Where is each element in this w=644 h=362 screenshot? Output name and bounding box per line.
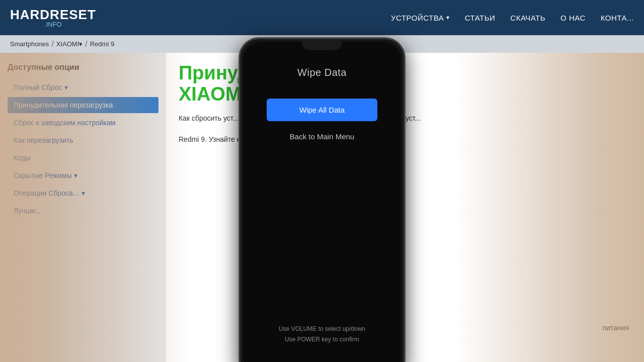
navigation-bar: HARDRESET .INFO УСТРОЙСТВА СТАТЬИ СКАЧАТ…	[0, 0, 644, 35]
sidebar-item-hidden-modes[interactable]: Скрытые Режимы ▾	[8, 167, 158, 184]
screen-title: Wipe Data	[297, 67, 347, 78]
phone-device: Wipe Data Wipe All Data Back to Main Men…	[239, 38, 405, 362]
wipe-all-data-button[interactable]: Wipe All Data	[267, 99, 377, 121]
breadcrumb-sep-1: /	[51, 40, 53, 49]
sidebar-item-force-restart[interactable]: Принудительная перезагрузка	[8, 97, 158, 113]
phone-body: Wipe Data Wipe All Data Back to Main Men…	[239, 38, 405, 362]
sidebar-item-best[interactable]: Лучши...	[8, 203, 158, 219]
instruction-line-1: Use VOLUME to select up/down	[279, 324, 365, 335]
sidebar-item-full-reset[interactable]: Полный Сброс ▾	[8, 79, 158, 96]
sidebar: Доступные опции Полный Сброс ▾ Принудите…	[0, 53, 166, 362]
phone-notch	[302, 39, 342, 50]
breadcrumb-redmi9[interactable]: Redmi 9	[90, 40, 114, 48]
sidebar-item-factory-reset[interactable]: Сброс к заводским настройкам	[8, 115, 158, 131]
nav-item-about[interactable]: О НАС	[560, 14, 586, 22]
logo-subtext: .INFO	[10, 21, 96, 28]
breadcrumb-xiaomi-dropdown[interactable]: ▾	[79, 40, 83, 48]
breadcrumb-smartphones[interactable]: Smartphones	[10, 40, 49, 48]
back-to-main-menu-button[interactable]: Back to Main Menu	[267, 125, 377, 148]
sidebar-item-how-restart[interactable]: Как перезагрузить	[8, 132, 158, 148]
nav-item-contact[interactable]: КОНТА...	[601, 14, 634, 22]
nav-links: УСТРОЙСТВА СТАТЬИ СКАЧАТЬ О НАС КОНТА...	[391, 14, 634, 22]
nav-item-articles[interactable]: СТАТЬИ	[465, 14, 496, 22]
sidebar-title: Доступные опции	[8, 63, 158, 72]
instruction-line-2: Use POWER key to confirm	[279, 334, 365, 345]
content-area: Принуд... XIAOMI... Как сбросить уст... …	[166, 53, 644, 362]
breadcrumb-sep-2: /	[85, 40, 87, 49]
nav-item-devices[interactable]: УСТРОЙСТВА	[391, 14, 450, 22]
breadcrumb-xiaomi[interactable]: XIAOMI	[56, 40, 79, 48]
sidebar-item-codes[interactable]: Коды	[8, 150, 158, 166]
phone-screen: Wipe Data Wipe All Data Back to Main Men…	[243, 42, 401, 362]
content-питания: питания	[602, 324, 629, 332]
screen-instructions: Use VOLUME to select up/down Use POWER k…	[279, 324, 365, 345]
sidebar-item-reset-ops[interactable]: Операции Сброса... ▾	[8, 185, 158, 201]
site-logo[interactable]: HARDRESET .INFO	[10, 7, 96, 28]
nav-item-download[interactable]: СКАЧАТЬ	[510, 14, 545, 22]
